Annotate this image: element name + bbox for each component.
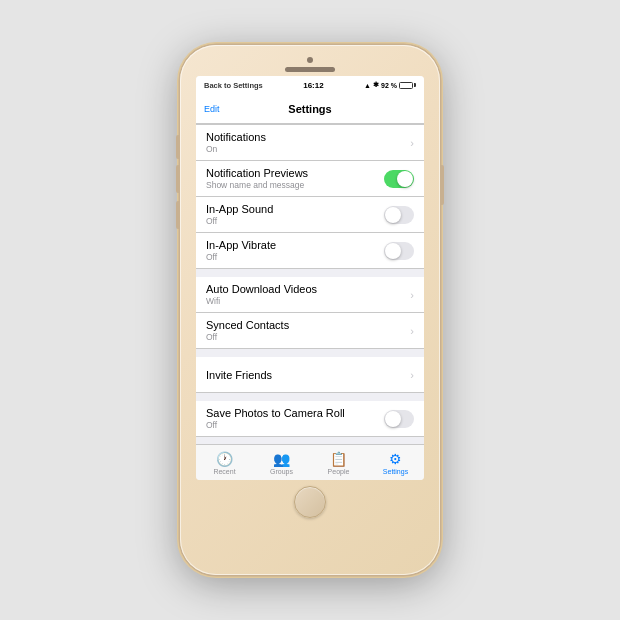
back-to-settings-label: Back to Settings (204, 81, 263, 90)
battery-icon (399, 82, 416, 89)
toggle-inapp-vibrate[interactable] (384, 242, 414, 260)
tab-groups[interactable]: 👥 Groups (253, 445, 310, 480)
people-icon: 📋 (330, 451, 347, 467)
settings-row-notification-previews[interactable]: Notification Previews Show name and mess… (196, 161, 424, 197)
speaker-bar (285, 67, 335, 72)
row-subtitle-auto-download-videos: Wifi (206, 296, 410, 306)
phone-top (180, 45, 440, 72)
tab-people-label: People (328, 468, 350, 475)
row-subtitle-notification-previews: Show name and message (206, 180, 384, 190)
edit-button[interactable]: Edit (204, 104, 220, 114)
settings-list: Notifications On › Notification Previews… (196, 124, 424, 444)
volume-down-button[interactable] (176, 201, 179, 229)
row-title-synced-contacts: Synced Contacts (206, 319, 410, 331)
volume-up-button[interactable] (176, 165, 179, 193)
chevron-icon-synced-contacts: › (410, 325, 414, 337)
tab-settings[interactable]: ⚙ Settings (367, 445, 424, 480)
tab-recent[interactable]: 🕐 Recent (196, 445, 253, 480)
row-subtitle-inapp-vibrate: Off (206, 252, 384, 262)
settings-row-synced-contacts[interactable]: Synced Contacts Off › (196, 313, 424, 349)
section-gap-2 (196, 349, 424, 357)
toggle-save-photos[interactable] (384, 410, 414, 428)
section-gap-1 (196, 269, 424, 277)
settings-row-inapp-vibrate[interactable]: In-App Vibrate Off (196, 233, 424, 269)
signal-icon: ▲ (364, 82, 371, 89)
groups-icon: 👥 (273, 451, 290, 467)
settings-row-invite-friends[interactable]: Invite Friends › (196, 357, 424, 393)
toggle-notification-previews[interactable] (384, 170, 414, 188)
row-title-auto-download-videos: Auto Download Videos (206, 283, 410, 295)
tab-bar: 🕐 Recent 👥 Groups 📋 People ⚙ Settings (196, 444, 424, 480)
row-title-inapp-sound: In-App Sound (206, 203, 384, 215)
row-title-invite-friends: Invite Friends (206, 369, 410, 381)
row-title-inapp-vibrate: In-App Vibrate (206, 239, 384, 251)
tab-groups-label: Groups (270, 468, 293, 475)
chevron-icon-notifications: › (410, 137, 414, 149)
home-button[interactable] (294, 486, 326, 518)
camera-dot (307, 57, 313, 63)
nav-title: Settings (288, 103, 331, 115)
bluetooth-icon: ✱ (373, 81, 379, 89)
tab-settings-label: Settings (383, 468, 408, 475)
chevron-icon-auto-download-videos: › (410, 289, 414, 301)
settings-row-save-photos[interactable]: Save Photos to Camera Roll Off (196, 401, 424, 437)
row-title-save-photos: Save Photos to Camera Roll (206, 407, 384, 419)
toggle-inapp-sound[interactable] (384, 206, 414, 224)
settings-row-notifications[interactable]: Notifications On › (196, 124, 424, 161)
status-time: 16:12 (303, 81, 323, 90)
phone-outer: Back to Settings 16:12 ▲ ✱ 92 % Edit Set… (180, 45, 440, 575)
status-right: ▲ ✱ 92 % (364, 81, 416, 89)
section-gap-3 (196, 393, 424, 401)
row-subtitle-save-photos: Off (206, 420, 384, 430)
tab-recent-label: Recent (213, 468, 235, 475)
row-subtitle-synced-contacts: Off (206, 332, 410, 342)
screen: Back to Settings 16:12 ▲ ✱ 92 % Edit Set… (196, 76, 424, 480)
chevron-icon-invite-friends: › (410, 369, 414, 381)
power-button[interactable] (441, 165, 444, 205)
settings-row-inapp-sound[interactable]: In-App Sound Off (196, 197, 424, 233)
settings-row-auto-download-videos[interactable]: Auto Download Videos Wifi › (196, 277, 424, 313)
row-title-notifications: Notifications (206, 131, 410, 143)
recent-icon: 🕐 (216, 451, 233, 467)
row-title-notification-previews: Notification Previews (206, 167, 384, 179)
row-subtitle-inapp-sound: Off (206, 216, 384, 226)
tab-people[interactable]: 📋 People (310, 445, 367, 480)
battery-percent: 92 % (381, 82, 397, 89)
nav-bar: Edit Settings (196, 94, 424, 124)
row-subtitle-notifications: On (206, 144, 410, 154)
settings-tab-icon: ⚙ (389, 451, 402, 467)
status-bar: Back to Settings 16:12 ▲ ✱ 92 % (196, 76, 424, 94)
